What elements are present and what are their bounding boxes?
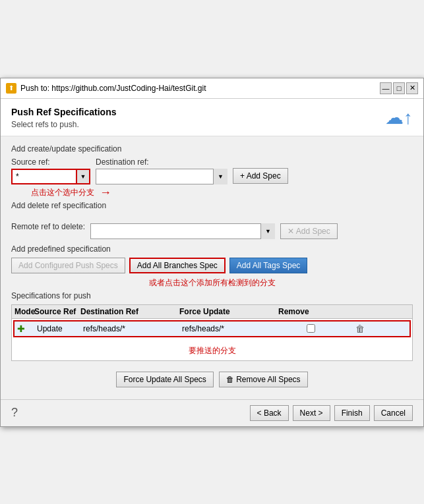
annotation1-container: 点击这个选中分支 → (11, 186, 413, 200)
predefined-section: Add predefined specification Add Configu… (11, 244, 413, 273)
source-ref-input[interactable] (11, 169, 90, 184)
force-update-checkbox[interactable] (307, 324, 315, 333)
col-header-force: Force Update (179, 307, 278, 316)
back-button[interactable]: < Back (250, 405, 289, 421)
window-controls: — □ ✕ (380, 82, 418, 94)
add-configured-button[interactable]: Add Configured Push Specs (11, 258, 125, 273)
cloud-upload-icon: ☁↑ (385, 107, 413, 128)
trash-icon[interactable]: 🗑 (355, 323, 365, 334)
finish-button[interactable]: Finish (334, 405, 370, 421)
row-source: refs/heads/* (83, 324, 182, 333)
next-button[interactable]: Next > (293, 405, 330, 421)
predefined-buttons-row: Add Configured Push Specs Add All Branch… (11, 258, 413, 273)
spec-actions: Force Update All Specs 🗑 Remove All Spec… (11, 368, 413, 391)
main-window: ⬆ Push to: https://github.com/JustCoding… (0, 78, 424, 427)
minimize-button[interactable]: — (380, 82, 392, 94)
cancel-button[interactable]: Cancel (374, 405, 413, 421)
add-spec-delete-button[interactable]: ✕ Add Spec (280, 223, 338, 239)
annotation2-text: 或者点击这个添加所有检测到的分支 (11, 277, 413, 289)
dest-ref-input[interactable] (96, 169, 227, 184)
footer: ? < Back Next > Finish Cancel (1, 399, 423, 426)
add-branches-button[interactable]: Add All Branches Spec (129, 258, 226, 273)
close-button[interactable]: ✕ (406, 82, 418, 94)
force-update-all-button[interactable]: Force Update All Specs (116, 372, 213, 387)
delete-label: Add delete ref specification (11, 201, 413, 210)
row-mode: Update (37, 324, 83, 333)
window-title: Push to: https://github.com/JustCoding-H… (20, 84, 376, 93)
annotation3-text: 要推送的分支 (12, 341, 412, 360)
create-update-label: Add create/update specification (11, 144, 413, 154)
remote-ref-label: Remote ref to delete: (11, 222, 85, 231)
main-content: Add create/update specification Source r… (1, 136, 423, 399)
col-header-remove: Remove (278, 307, 338, 316)
remote-ref-group: Remote ref to delete: (11, 222, 85, 231)
source-ref-group: Source ref: ▼ (11, 157, 90, 184)
table-header: Mode Source Ref Destination Ref Force Up… (12, 305, 412, 319)
dest-ref-group: Destination ref: ▼ (96, 157, 227, 184)
delete-ref-section: Add delete ref specification Remote ref … (11, 201, 413, 239)
col-header-dest: Destination Ref (80, 307, 179, 316)
row-force-update-cell (281, 324, 340, 333)
row-plus-icon: ✚ (17, 323, 37, 334)
header-text: Push Ref Specifications Select refs to p… (11, 107, 116, 129)
page-subtitle: Select refs to push. (11, 120, 116, 129)
maximize-button[interactable]: □ (393, 82, 405, 94)
page-title: Push Ref Specifications (11, 107, 116, 117)
remote-ref-input[interactable] (90, 223, 275, 239)
help-button[interactable]: ? (11, 406, 18, 420)
specs-table: Mode Source Ref Destination Ref Force Up… (11, 304, 413, 361)
specs-label: Specifications for push (11, 291, 413, 300)
header-section: Push Ref Specifications Select refs to p… (1, 99, 423, 136)
col-header-mode: Mode (15, 307, 34, 316)
footer-nav: < Back Next > Finish Cancel (250, 405, 413, 421)
predefined-label: Add predefined specification (11, 244, 413, 254)
app-icon: ⬆ (6, 83, 16, 94)
row-dest: refs/heads/* (182, 324, 281, 333)
source-ref-label: Source ref: (11, 157, 90, 167)
col-header-source: Source Ref (34, 307, 80, 316)
table-row[interactable]: ✚ Update refs/heads/* refs/heads/* 🗑 (13, 320, 411, 337)
create-update-section: Add create/update specification Source r… (11, 144, 413, 200)
specs-section: Specifications for push Mode Source Ref … (11, 291, 413, 361)
annotation1-text: 点击这个选中分支 (31, 187, 94, 198)
remove-all-button[interactable]: 🗑 Remove All Specs (219, 372, 308, 387)
add-spec-button[interactable]: + Add Spec (233, 168, 288, 184)
arrow-icon: → (100, 186, 111, 200)
dest-ref-label: Destination ref: (96, 157, 227, 167)
row-remove-cell: 🗑 (340, 323, 380, 334)
title-bar: ⬆ Push to: https://github.com/JustCoding… (1, 78, 423, 99)
add-tags-button[interactable]: Add All Tags Spec (229, 258, 308, 273)
header-icon-area: ☁↑ (385, 107, 413, 128)
